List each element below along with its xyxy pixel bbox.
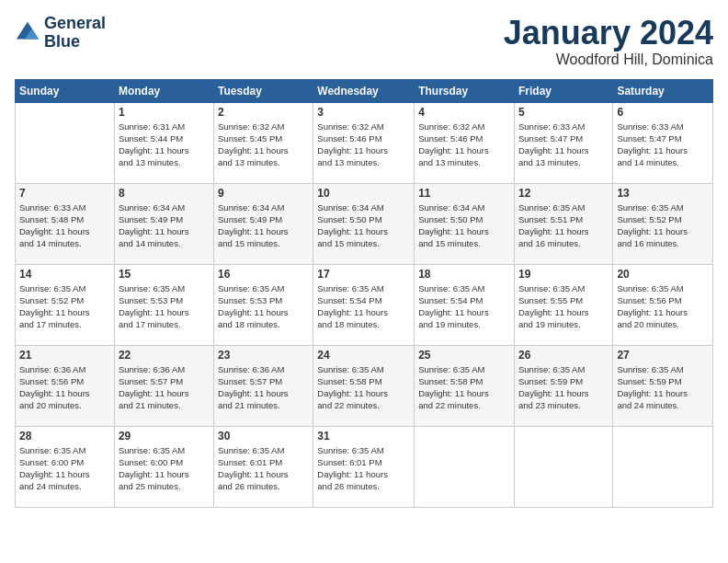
day-number: 18 (418, 268, 510, 281)
day-number: 6 (617, 106, 709, 119)
table-row: 1Sunrise: 6:31 AMSunset: 5:44 PMDaylight… (114, 102, 213, 183)
table-row (613, 426, 713, 507)
table-row: 17Sunrise: 6:35 AMSunset: 5:54 PMDayligh… (313, 264, 415, 345)
day-number: 22 (119, 349, 210, 362)
page-container: General Blue January 2024 Woodford Hill,… (0, 0, 728, 515)
day-info: Sunrise: 6:34 AMSunset: 5:50 PMDaylight:… (317, 201, 410, 250)
table-row: 14Sunrise: 6:35 AMSunset: 5:52 PMDayligh… (16, 264, 115, 345)
header: General Blue January 2024 Woodford Hill,… (15, 15, 713, 68)
day-info: Sunrise: 6:35 AMSunset: 6:00 PMDaylight:… (119, 444, 210, 493)
day-info: Sunrise: 6:34 AMSunset: 5:49 PMDaylight:… (218, 201, 309, 250)
day-number: 31 (317, 430, 410, 442)
day-info: Sunrise: 6:35 AMSunset: 5:56 PMDaylight:… (617, 282, 709, 331)
day-info: Sunrise: 6:35 AMSunset: 5:58 PMDaylight:… (317, 363, 410, 412)
week-row-1: 7Sunrise: 6:33 AMSunset: 5:48 PMDaylight… (16, 183, 713, 264)
table-row: 9Sunrise: 6:34 AMSunset: 5:49 PMDaylight… (214, 183, 313, 264)
table-row: 10Sunrise: 6:34 AMSunset: 5:50 PMDayligh… (313, 183, 415, 264)
col-tuesday: Tuesday (214, 79, 313, 102)
table-row: 8Sunrise: 6:34 AMSunset: 5:49 PMDaylight… (114, 183, 213, 264)
day-number: 16 (218, 268, 309, 281)
logo: General Blue (15, 15, 106, 52)
col-saturday: Saturday (613, 79, 713, 102)
day-number: 24 (317, 349, 410, 362)
table-row (415, 426, 515, 507)
day-info: Sunrise: 6:36 AMSunset: 5:57 PMDaylight:… (218, 363, 309, 412)
day-number: 7 (19, 187, 110, 200)
table-row: 15Sunrise: 6:35 AMSunset: 5:53 PMDayligh… (114, 264, 213, 345)
col-wednesday: Wednesday (313, 79, 415, 102)
day-number: 14 (19, 268, 110, 281)
day-info: Sunrise: 6:35 AMSunset: 5:52 PMDaylight:… (19, 282, 110, 331)
day-number: 11 (418, 187, 510, 200)
day-number: 29 (119, 430, 210, 442)
table-row: 3Sunrise: 6:32 AMSunset: 5:46 PMDaylight… (313, 102, 415, 183)
table-row: 5Sunrise: 6:33 AMSunset: 5:47 PMDaylight… (514, 102, 612, 183)
table-row: 25Sunrise: 6:35 AMSunset: 5:58 PMDayligh… (415, 345, 515, 426)
day-info: Sunrise: 6:35 AMSunset: 5:58 PMDaylight:… (418, 363, 510, 412)
day-info: Sunrise: 6:32 AMSunset: 5:46 PMDaylight:… (418, 121, 510, 169)
table-row: 27Sunrise: 6:35 AMSunset: 5:59 PMDayligh… (613, 345, 713, 426)
day-info: Sunrise: 6:35 AMSunset: 5:52 PMDaylight:… (617, 201, 709, 250)
day-info: Sunrise: 6:35 AMSunset: 5:51 PMDaylight:… (518, 201, 609, 250)
day-number: 2 (218, 106, 309, 119)
day-number: 23 (218, 349, 309, 362)
table-row (514, 426, 612, 507)
logo-line1: General (44, 15, 106, 33)
day-info: Sunrise: 6:31 AMSunset: 5:44 PMDaylight:… (119, 121, 210, 169)
table-row: 23Sunrise: 6:36 AMSunset: 5:57 PMDayligh… (214, 345, 313, 426)
day-info: Sunrise: 6:36 AMSunset: 5:56 PMDaylight:… (19, 363, 110, 412)
day-number: 3 (317, 106, 410, 119)
day-number: 17 (317, 268, 410, 281)
day-number: 28 (19, 430, 110, 442)
day-number: 25 (418, 349, 510, 362)
day-info: Sunrise: 6:35 AMSunset: 5:54 PMDaylight:… (418, 282, 510, 331)
title-block: January 2024 Woodford Hill, Dominica (504, 15, 713, 68)
day-number: 10 (317, 187, 410, 200)
day-info: Sunrise: 6:35 AMSunset: 6:01 PMDaylight:… (218, 444, 309, 493)
month-title: January 2024 (504, 15, 713, 52)
day-info: Sunrise: 6:33 AMSunset: 5:47 PMDaylight:… (518, 121, 609, 169)
header-row: Sunday Monday Tuesday Wednesday Thursday… (16, 79, 713, 102)
table-row: 6Sunrise: 6:33 AMSunset: 5:47 PMDaylight… (613, 102, 713, 183)
table-row: 19Sunrise: 6:35 AMSunset: 5:55 PMDayligh… (514, 264, 612, 345)
day-number: 26 (518, 349, 609, 362)
day-number: 1 (119, 106, 210, 119)
location-title: Woodford Hill, Dominica (504, 52, 713, 68)
day-info: Sunrise: 6:35 AMSunset: 5:53 PMDaylight:… (119, 282, 210, 331)
col-thursday: Thursday (415, 79, 515, 102)
table-row: 21Sunrise: 6:36 AMSunset: 5:56 PMDayligh… (16, 345, 115, 426)
table-row: 31Sunrise: 6:35 AMSunset: 6:01 PMDayligh… (313, 426, 415, 507)
logo-text: General Blue (44, 15, 106, 52)
day-info: Sunrise: 6:35 AMSunset: 6:00 PMDaylight:… (19, 444, 110, 493)
day-info: Sunrise: 6:32 AMSunset: 5:45 PMDaylight:… (218, 121, 309, 169)
day-number: 15 (119, 268, 210, 281)
table-row: 18Sunrise: 6:35 AMSunset: 5:54 PMDayligh… (415, 264, 515, 345)
week-row-2: 14Sunrise: 6:35 AMSunset: 5:52 PMDayligh… (16, 264, 713, 345)
day-info: Sunrise: 6:35 AMSunset: 5:59 PMDaylight:… (518, 363, 609, 412)
table-row: 26Sunrise: 6:35 AMSunset: 5:59 PMDayligh… (514, 345, 612, 426)
table-row: 16Sunrise: 6:35 AMSunset: 5:53 PMDayligh… (214, 264, 313, 345)
day-number: 13 (617, 187, 709, 200)
week-row-4: 28Sunrise: 6:35 AMSunset: 6:00 PMDayligh… (16, 426, 713, 507)
week-row-0: 1Sunrise: 6:31 AMSunset: 5:44 PMDaylight… (16, 102, 713, 183)
day-info: Sunrise: 6:35 AMSunset: 5:53 PMDaylight:… (218, 282, 309, 331)
day-number: 30 (218, 430, 309, 442)
day-number: 19 (518, 268, 609, 281)
day-info: Sunrise: 6:33 AMSunset: 5:48 PMDaylight:… (19, 201, 110, 250)
table-row: 24Sunrise: 6:35 AMSunset: 5:58 PMDayligh… (313, 345, 415, 426)
day-info: Sunrise: 6:32 AMSunset: 5:46 PMDaylight:… (317, 121, 410, 169)
day-info: Sunrise: 6:36 AMSunset: 5:57 PMDaylight:… (119, 363, 210, 412)
day-number: 27 (617, 349, 709, 362)
day-number: 4 (418, 106, 510, 119)
table-row: 4Sunrise: 6:32 AMSunset: 5:46 PMDaylight… (415, 102, 515, 183)
logo-icon (15, 20, 40, 46)
table-row: 7Sunrise: 6:33 AMSunset: 5:48 PMDaylight… (16, 183, 115, 264)
table-row: 13Sunrise: 6:35 AMSunset: 5:52 PMDayligh… (613, 183, 713, 264)
col-sunday: Sunday (16, 79, 115, 102)
table-row: 20Sunrise: 6:35 AMSunset: 5:56 PMDayligh… (613, 264, 713, 345)
col-monday: Monday (114, 79, 213, 102)
table-row: 29Sunrise: 6:35 AMSunset: 6:00 PMDayligh… (114, 426, 213, 507)
day-number: 12 (518, 187, 609, 200)
logo-line2: Blue (44, 33, 106, 52)
day-info: Sunrise: 6:34 AMSunset: 5:50 PMDaylight:… (418, 201, 510, 250)
